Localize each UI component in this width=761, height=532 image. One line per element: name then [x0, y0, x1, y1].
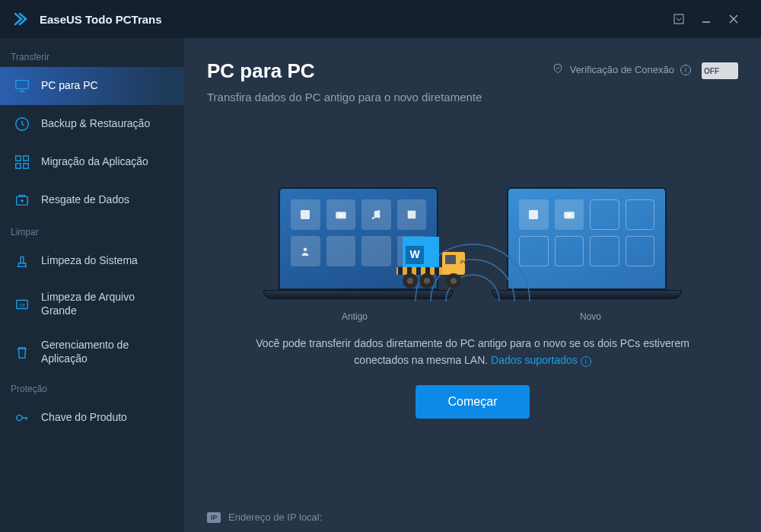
svg-rect-18 — [301, 210, 310, 219]
new-pc-illustration — [507, 187, 667, 299]
rescue-icon — [14, 192, 30, 209]
info-icon[interactable]: i — [680, 65, 691, 75]
svg-rect-0 — [674, 14, 683, 24]
sidebar-item-label: Migração da Aplicação — [41, 155, 148, 169]
sidebar: Transferir PC para PC Backup & Restauraç… — [0, 38, 184, 532]
sidebar-item-large-file-cleanup[interactable]: GB Limpeza de Arquivo Grande — [0, 280, 184, 328]
footer: IP Endereço de IP local: — [184, 501, 761, 532]
local-ip-label: Endereço de IP local: — [228, 511, 322, 523]
svg-rect-10 — [16, 164, 21, 168]
connection-verify-label: Verificação de Conexão i — [552, 62, 691, 77]
old-pc-label: Antigo — [275, 311, 435, 322]
empty-slot-icon — [590, 236, 619, 266]
start-button[interactable]: Começar — [416, 385, 530, 419]
sidebar-section-clean: Limpar — [0, 219, 184, 242]
sidebar-item-label: Backup & Restauração — [41, 117, 150, 131]
page-subtitle: Transfira dados do PC antigo para o novo… — [207, 89, 496, 105]
word-app-icon — [519, 199, 549, 230]
monitor-icon — [14, 78, 30, 94]
svg-rect-34 — [445, 255, 456, 264]
titlebar: EaseUS Todo PCTrans — [0, 0, 761, 38]
shield-check-icon — [552, 62, 564, 77]
word-app-icon — [291, 199, 320, 230]
svg-rect-9 — [24, 156, 28, 161]
sidebar-item-app-migration[interactable]: Migração da Aplicação — [0, 143, 184, 181]
sidebar-item-system-cleanup[interactable]: Limpeza do Sistema — [0, 242, 184, 280]
info-icon: i — [581, 356, 591, 367]
empty-slot-icon — [590, 199, 619, 230]
svg-rect-8 — [16, 156, 21, 161]
illustration: W PCT Antigo — [184, 105, 761, 501]
svg-point-27 — [568, 213, 572, 217]
sidebar-item-app-management[interactable]: Gerenciamento de Aplicação — [0, 328, 184, 376]
camera-app-icon — [555, 199, 584, 230]
large-file-icon: GB — [14, 296, 30, 313]
app-title: EaseUS Todo PCTrans — [40, 13, 162, 26]
broom-icon — [14, 253, 30, 269]
sidebar-section-transfer: Transferir — [0, 44, 184, 67]
close-button[interactable] — [720, 5, 747, 33]
svg-point-40 — [446, 273, 461, 288]
music-app-icon — [361, 199, 391, 230]
trash-icon — [14, 344, 30, 361]
sidebar-item-data-rescue[interactable]: Resgate de Dados — [0, 181, 184, 219]
key-icon — [14, 409, 30, 426]
camera-app-icon — [326, 199, 356, 230]
svg-rect-11 — [24, 164, 28, 168]
old-pc-illustration — [279, 187, 438, 299]
svg-text:GB: GB — [19, 302, 25, 307]
empty-slot-icon — [626, 236, 655, 266]
svg-rect-4 — [16, 81, 29, 89]
svg-point-22 — [378, 215, 380, 218]
supported-data-link[interactable]: Dados suportados i — [491, 354, 591, 366]
sidebar-section-protect: Proteção — [0, 376, 184, 399]
app-logo-icon — [14, 11, 32, 27]
sidebar-item-backup-restore[interactable]: Backup & Restauração — [0, 105, 184, 143]
generic-app-icon — [397, 236, 427, 266]
page-title: PC para PC — [207, 59, 552, 83]
sidebar-item-label: Resgate de Dados — [41, 193, 129, 207]
backup-icon — [14, 116, 30, 132]
sidebar-item-label: Limpeza de Arquivo Grande — [41, 291, 170, 317]
svg-point-20 — [339, 213, 343, 217]
description-text: Você pode transferir dados diretamente d… — [184, 322, 761, 368]
sidebar-item-label: Chave do Produto — [41, 411, 127, 425]
svg-point-21 — [372, 217, 374, 219]
dropdown-menu-button[interactable] — [665, 5, 693, 33]
empty-slot-icon — [519, 236, 549, 266]
user-app-icon — [291, 236, 320, 266]
sidebar-item-product-key[interactable]: Chave do Produto — [0, 399, 184, 437]
main-content: PC para PC Transfira dados do PC antigo … — [184, 38, 761, 532]
svg-point-17 — [17, 415, 22, 420]
generic-app-icon — [326, 236, 356, 266]
ip-badge-icon: IP — [207, 512, 221, 523]
svg-text:PCT: PCT — [460, 260, 472, 265]
connection-verify-toggle[interactable]: OFF — [702, 62, 738, 79]
generic-app-icon — [361, 236, 391, 266]
new-pc-label: Novo — [511, 311, 670, 322]
sidebar-item-label: Gerenciamento de Aplicação — [41, 339, 170, 365]
sidebar-item-label: Limpeza do Sistema — [41, 254, 138, 268]
empty-slot-icon — [626, 199, 655, 230]
svg-point-24 — [304, 247, 307, 251]
generic-app-icon — [397, 199, 427, 230]
svg-rect-23 — [408, 211, 416, 219]
svg-point-41 — [451, 278, 457, 284]
apps-icon — [14, 154, 30, 170]
empty-slot-icon — [555, 236, 584, 266]
sidebar-item-pc-to-pc[interactable]: PC para PC — [0, 67, 184, 105]
sidebar-item-label: PC para PC — [41, 79, 98, 93]
svg-rect-25 — [529, 210, 538, 219]
minimize-button[interactable] — [693, 5, 720, 33]
svg-rect-33 — [442, 252, 465, 275]
